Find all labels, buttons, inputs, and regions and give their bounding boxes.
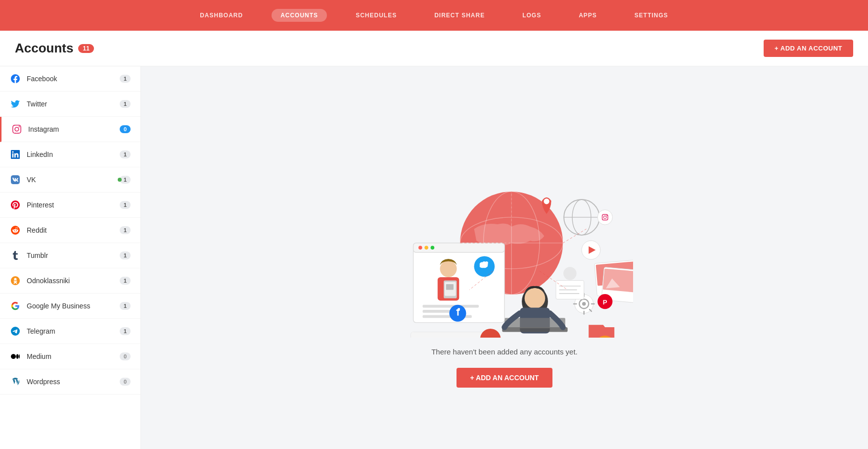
svg-text:G+: G+ bbox=[487, 337, 495, 338]
page-header: Accounts 11 + ADD AN ACCOUNT bbox=[0, 31, 868, 66]
tumblr-icon bbox=[10, 250, 21, 261]
empty-state-text: There haven't been added any accounts ye… bbox=[431, 348, 578, 356]
content-area: P in bbox=[141, 66, 868, 449]
sidebar-count-medium: 0 bbox=[120, 352, 131, 360]
svg-point-53 bbox=[582, 302, 586, 306]
sidebar-item-tumblr[interactable]: Tumblr 1 bbox=[0, 243, 140, 268]
google-icon bbox=[10, 300, 21, 311]
sidebar-item-medium[interactable]: Medium 0 bbox=[0, 344, 140, 369]
sidebar-item-wordpress[interactable]: Wordpress 0 bbox=[0, 369, 140, 395]
nav-direct-share[interactable]: DIRECT SHARE bbox=[425, 9, 494, 22]
sidebar-label-odnoklassniki: Odnoklassniki bbox=[27, 277, 120, 285]
nav-accounts[interactable]: ACCOUNTS bbox=[272, 9, 327, 22]
add-account-button-header[interactable]: + ADD AN ACCOUNT bbox=[764, 40, 853, 57]
nav-apps[interactable]: APPS bbox=[570, 9, 606, 22]
nav-schedules[interactable]: SCHEDULES bbox=[347, 9, 406, 22]
sidebar-label-reddit: Reddit bbox=[27, 226, 120, 234]
add-account-button-center[interactable]: + ADD AN ACCOUNT bbox=[457, 368, 553, 388]
page-title-group: Accounts 11 bbox=[15, 41, 94, 56]
sidebar-item-vk[interactable]: VK 1 bbox=[0, 167, 140, 193]
sidebar-label-pinterest: Pinterest bbox=[27, 201, 120, 209]
top-navigation: DASHBOARD ACCOUNTS SCHEDULES DIRECT SHAR… bbox=[0, 0, 868, 31]
svg-line-81 bbox=[563, 229, 586, 243]
svg-point-66 bbox=[563, 267, 576, 280]
sidebar-item-reddit[interactable]: Reddit 1 bbox=[0, 218, 140, 243]
svg-rect-20 bbox=[423, 305, 479, 308]
sidebar-label-facebook: Facebook bbox=[27, 75, 120, 83]
odnoklassniki-icon bbox=[10, 275, 21, 286]
sidebar-count-wordpress: 0 bbox=[120, 378, 131, 386]
sidebar-count-twitter: 1 bbox=[120, 100, 131, 108]
sidebar-label-medium: Medium bbox=[27, 352, 120, 360]
svg-point-15 bbox=[440, 260, 457, 277]
sidebar-label-tumblr: Tumblr bbox=[27, 251, 120, 259]
nav-logs[interactable]: LOGS bbox=[513, 9, 550, 22]
sidebar-count-linkedin: 1 bbox=[120, 150, 131, 158]
svg-point-43 bbox=[544, 199, 549, 204]
sidebar-count-instagram: 0 bbox=[120, 125, 131, 133]
svg-point-14 bbox=[431, 246, 435, 250]
vk-icon bbox=[10, 174, 21, 185]
facebook-icon bbox=[10, 73, 21, 84]
sidebar-label-linkedin: LinkedIn bbox=[27, 150, 120, 158]
reddit-icon bbox=[10, 225, 21, 236]
medium-icon bbox=[10, 351, 21, 362]
svg-point-12 bbox=[418, 246, 422, 250]
nav-settings[interactable]: SETTINGS bbox=[626, 9, 677, 22]
sidebar-count-reddit: 1 bbox=[120, 226, 131, 234]
empty-state-illustration: P in bbox=[376, 130, 633, 338]
sidebar-label-telegram: Telegram bbox=[27, 327, 120, 335]
vk-dot-indicator bbox=[118, 178, 122, 182]
svg-point-13 bbox=[424, 246, 428, 250]
sidebar-count-google-my-business: 1 bbox=[120, 302, 131, 310]
svg-point-37 bbox=[597, 210, 612, 225]
svg-point-6 bbox=[525, 288, 546, 309]
twitter-icon bbox=[10, 99, 21, 109]
sidebar-item-odnoklassniki[interactable]: Odnoklassniki 1 bbox=[0, 268, 140, 294]
accounts-badge: 11 bbox=[78, 44, 93, 53]
page-title: Accounts bbox=[15, 41, 73, 56]
sidebar-item-twitter[interactable]: Twitter 1 bbox=[0, 92, 140, 117]
telegram-icon bbox=[10, 326, 21, 337]
sidebar-item-linkedin[interactable]: LinkedIn 1 bbox=[0, 142, 140, 167]
pinterest-icon bbox=[10, 200, 21, 210]
wordpress-icon bbox=[10, 376, 21, 387]
sidebar-count-telegram: 1 bbox=[120, 327, 131, 335]
sidebar-item-pinterest[interactable]: Pinterest 1 bbox=[0, 193, 140, 218]
svg-text:P: P bbox=[603, 299, 607, 306]
sidebar-label-google-my-business: Google My Business bbox=[27, 302, 120, 310]
linkedin-icon bbox=[10, 149, 21, 160]
sidebar-item-telegram[interactable]: Telegram 1 bbox=[0, 319, 140, 344]
sidebar-item-google-my-business[interactable]: Google My Business 1 bbox=[0, 294, 140, 319]
sidebar-label-twitter: Twitter bbox=[27, 100, 120, 108]
sidebar-count-facebook: 1 bbox=[120, 75, 131, 83]
sidebar: Facebook 1 Twitter 1 Instagram 0 LinkedI… bbox=[0, 66, 141, 449]
svg-rect-19 bbox=[446, 284, 454, 290]
sidebar-item-facebook[interactable]: Facebook 1 bbox=[0, 66, 140, 92]
nav-dashboard[interactable]: DASHBOARD bbox=[191, 9, 252, 22]
sidebar-label-instagram: Instagram bbox=[28, 125, 120, 133]
sidebar-label-wordpress: Wordpress bbox=[27, 378, 120, 386]
sidebar-label-vk: VK bbox=[27, 176, 120, 184]
sidebar-item-instagram[interactable]: Instagram 0 bbox=[0, 117, 140, 142]
svg-point-74 bbox=[480, 329, 501, 338]
svg-point-40 bbox=[606, 215, 607, 216]
svg-rect-49 bbox=[603, 269, 633, 293]
main-content: Facebook 1 Twitter 1 Instagram 0 LinkedI… bbox=[0, 66, 868, 449]
sidebar-count-odnoklassniki: 1 bbox=[120, 277, 131, 285]
sidebar-count-tumblr: 1 bbox=[120, 251, 131, 259]
sidebar-count-pinterest: 1 bbox=[120, 201, 131, 209]
instagram-icon bbox=[11, 124, 22, 135]
